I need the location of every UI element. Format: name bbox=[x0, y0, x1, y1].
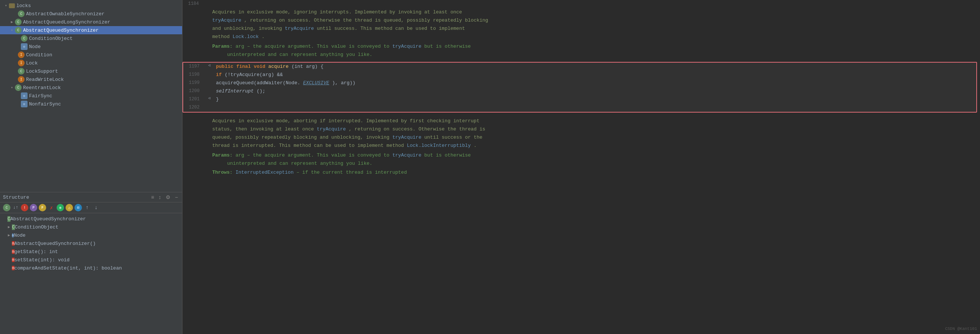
tree-item-label: ReentrantLock bbox=[23, 85, 61, 91]
structure-section: Structure ≡ ↕ ⚙ − C ↓↑ ! P F ✗ ◉ △ ⊞ ↑ ↓ bbox=[0, 192, 182, 334]
code-line-1202: 1202 bbox=[183, 104, 976, 112]
params-text-1b: but is otherwise bbox=[425, 44, 471, 49]
tree-item-abstract-long[interactable]: ▶ C AbstractQueuedLongSynchronizer bbox=[0, 18, 182, 26]
doc-link-2-2[interactable]: tryAcquire bbox=[393, 134, 422, 140]
line-content: public final void acquire (int arg) { bbox=[213, 63, 976, 70]
line-content: acquireQueued(addWaiter(Node. EXCLUSIVE … bbox=[213, 79, 976, 87]
sort-order-icon[interactable]: ↓↑ bbox=[12, 204, 19, 211]
doc-text-line3: and unblocking, invoking bbox=[212, 26, 285, 31]
line-content: selfInterrupt (); bbox=[213, 88, 976, 95]
structure-header: Structure ≡ ↕ ⚙ − bbox=[0, 192, 182, 202]
line-number: 1200 bbox=[183, 88, 205, 94]
tree-item-label: ReadWriteLock bbox=[26, 77, 64, 82]
code-line-1199: 1199 acquireQueued(addWaiter(Node. EXCLU… bbox=[183, 79, 976, 87]
tree-item-locks[interactable]: ▾ locks bbox=[0, 2, 182, 10]
class-icon: C bbox=[18, 10, 25, 17]
nav-down-icon[interactable]: ↓ bbox=[92, 204, 100, 211]
tree-item-label: AbstractQueuedLongSynchronizer bbox=[23, 19, 110, 25]
tree-item-nonfair-sync[interactable]: ⚙ NonfairSync bbox=[0, 100, 182, 108]
tree-item-reentrant-lock[interactable]: ▾ C ReentrantLock bbox=[0, 83, 182, 92]
s-tree-item-cond-obj[interactable]: ▶ C ConditionObject bbox=[0, 223, 182, 231]
params-link-1[interactable]: tryAcquire bbox=[393, 44, 422, 49]
filter-red-icon[interactable]: ! bbox=[21, 204, 28, 211]
throws-label: Throws: bbox=[212, 169, 235, 175]
arrow-icon: ▾ bbox=[9, 85, 15, 90]
doc-link-1[interactable]: tryAcquire bbox=[212, 18, 241, 23]
tree-item-label: FairSync bbox=[29, 93, 52, 99]
class-icon: C bbox=[12, 224, 15, 230]
line-number: 1198 bbox=[183, 71, 205, 77]
params-text-2b: but is otherwise bbox=[425, 152, 471, 158]
tree-item-condition-object[interactable]: C ConditionObject bbox=[0, 34, 182, 43]
code-area: 1184 Acquires in exclusive mode, ignorin… bbox=[183, 0, 980, 334]
filter-triangle-icon[interactable]: △ bbox=[65, 204, 73, 211]
doc-text-after-link1: , returning on success. Otherwise the th… bbox=[244, 18, 488, 23]
code-text: ), arg)) bbox=[332, 80, 355, 86]
tree-item-label: locks bbox=[16, 3, 31, 9]
bookmark-icon-2: ◁ bbox=[205, 96, 213, 100]
params-label-2: Params: bbox=[212, 152, 235, 158]
file-tree: ▾ locks C AbstractOwnableSynchronizer ▶ … bbox=[0, 0, 182, 192]
doc-text-after-link2: until success. This method can be used t… bbox=[317, 26, 465, 31]
params-link-2[interactable]: tryAcquire bbox=[393, 152, 422, 158]
tree-item-lock-support[interactable]: C LockSupport bbox=[0, 67, 182, 75]
sort-arrows-button[interactable]: ↕ bbox=[158, 194, 162, 201]
doc-block-1: Acquires in exclusive mode, ignoring int… bbox=[183, 8, 980, 61]
s-tree-label: getState(): int bbox=[14, 249, 58, 255]
filter-box-icon[interactable]: ⊞ bbox=[75, 204, 82, 211]
filter-class-icon[interactable]: C bbox=[3, 204, 10, 211]
method-icon: m bbox=[12, 249, 14, 254]
keyword-if: if bbox=[216, 72, 222, 78]
keyword-final: final bbox=[236, 64, 251, 69]
code-line-1201: 1201 ◁ } bbox=[183, 96, 976, 104]
nav-up-icon[interactable]: ↑ bbox=[83, 204, 91, 211]
tree-item-fair-sync[interactable]: ⚙ FairSync bbox=[0, 92, 182, 100]
tree-item-condition[interactable]: I Condition bbox=[0, 51, 182, 59]
tree-item-abstract-queued[interactable]: ▾ C AbstractQueuedSynchronizer bbox=[0, 26, 182, 34]
node-icon: ⚙ bbox=[21, 43, 27, 50]
arrow-icon: ▾ bbox=[9, 28, 15, 32]
line-number: 1199 bbox=[183, 79, 205, 85]
doc-link-2-1[interactable]: tryAcquire bbox=[317, 126, 346, 132]
exclusive-ref[interactable]: EXCLUSIVE bbox=[303, 80, 329, 86]
filter-circle-icon[interactable]: ◉ bbox=[57, 204, 64, 211]
keyword-void: void bbox=[254, 64, 265, 69]
tree-item-label: AbstractQueuedSynchronizer bbox=[23, 27, 99, 33]
params-text-2c: uninterpreted and can represent anything… bbox=[212, 161, 372, 166]
minimize-button[interactable]: − bbox=[174, 194, 179, 201]
doc-link-2[interactable]: tryAcquire bbox=[285, 26, 314, 31]
settings-button[interactable]: ⚙ bbox=[165, 194, 172, 201]
line-number: 1201 bbox=[183, 96, 205, 102]
doc-link-3[interactable]: Lock.lock bbox=[233, 34, 259, 40]
filter-x-icon[interactable]: ✗ bbox=[48, 204, 55, 211]
s-tree-item-setstate[interactable]: m setState(int): void bbox=[0, 256, 182, 264]
tree-item-node[interactable]: ⚙ Node bbox=[0, 43, 182, 51]
s-tree-item-compare-set[interactable]: m compareAndSetState(int, int): boolean bbox=[0, 264, 182, 272]
throws-link[interactable]: InterruptedException bbox=[235, 169, 293, 175]
tree-item-label: AbstractOwnableSynchronizer bbox=[26, 11, 105, 17]
s-tree-item-constructor[interactable]: m AbstractQueuedSynchronizer() bbox=[0, 239, 182, 248]
doc-text-line1: Acquires in exclusive mode, ignoring int… bbox=[212, 9, 462, 15]
doc-link-2-3[interactable]: Lock.lockInterruptibly bbox=[407, 143, 471, 149]
tree-item-read-write-lock[interactable]: I ReadWriteLock bbox=[0, 75, 182, 83]
tree-item-label: ConditionObject bbox=[29, 36, 73, 42]
code-line-1198: 1198 if (!tryAcquire(arg) && bbox=[183, 71, 976, 79]
code-line-1200: 1200 selfInterrupt (); bbox=[183, 87, 976, 96]
tree-item-lock[interactable]: I Lock bbox=[0, 59, 182, 67]
method-name: acquire bbox=[268, 64, 289, 69]
s-tree-item-node[interactable]: ▶ ⚙ Node bbox=[0, 231, 182, 239]
sort-button[interactable]: ≡ bbox=[150, 194, 155, 201]
tree-item-abstract-ownable[interactable]: C AbstractOwnableSynchronizer bbox=[0, 10, 182, 18]
line-number: 1202 bbox=[183, 104, 205, 110]
code-text: (!tryAcquire(arg) && bbox=[224, 72, 283, 78]
bookmark-icon: ◁ bbox=[205, 63, 213, 67]
s-tree-label: setState(int): void bbox=[14, 257, 70, 263]
s-tree-label: compareAndSetState(int, int): boolean bbox=[14, 265, 122, 271]
filter-purple-icon[interactable]: P bbox=[30, 204, 37, 211]
filter-yellow-icon[interactable]: F bbox=[39, 204, 46, 211]
s-tree-item-getstate[interactable]: m getState(): int bbox=[0, 248, 182, 256]
s-tree-item-aqs[interactable]: C AbstractQueuedSynchronizer bbox=[0, 215, 182, 223]
class-icon: C bbox=[15, 19, 22, 26]
doc-throws: Throws: InterruptedException – if the cu… bbox=[212, 168, 974, 177]
structure-toolbar: ≡ ↕ ⚙ − bbox=[150, 194, 179, 201]
